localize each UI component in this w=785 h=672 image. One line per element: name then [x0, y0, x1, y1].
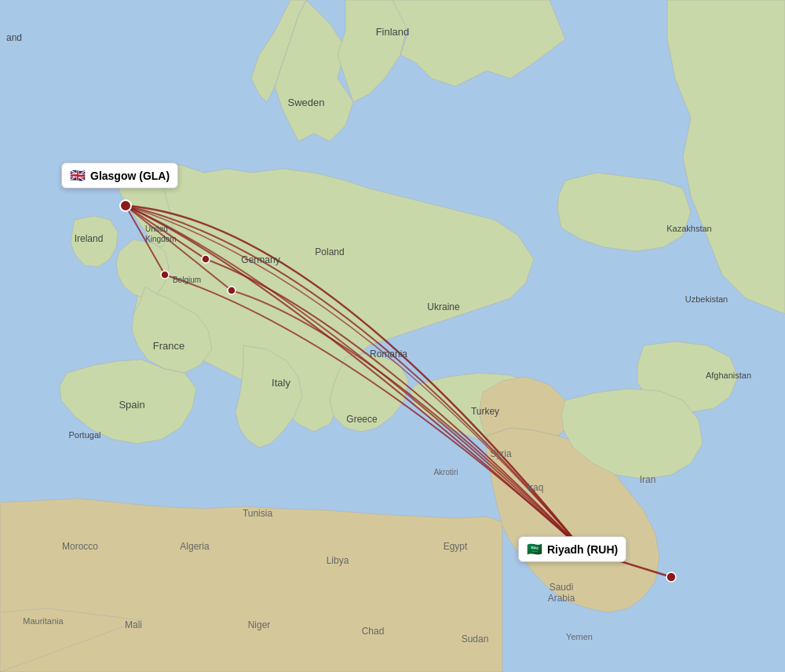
svg-text:Iran: Iran [640, 474, 656, 485]
svg-text:Poland: Poland [315, 247, 344, 257]
svg-text:Iraq: Iraq [528, 482, 544, 493]
svg-text:Niger: Niger [248, 619, 271, 630]
sa-flag-icon: 🇸🇦 [527, 542, 542, 557]
svg-text:Afghanistan: Afghanistan [706, 371, 751, 380]
svg-text:Egypt: Egypt [444, 541, 468, 552]
riyadh-label: Riyadh (RUH) [547, 543, 618, 556]
svg-text:Kazakhstan: Kazakhstan [666, 224, 711, 233]
map-svg: Finland Sweden Poland Ukraine Romania Ge… [0, 0, 785, 672]
svg-text:Sudan: Sudan [462, 634, 489, 645]
svg-point-3 [228, 287, 236, 294]
glasgow-tooltip: 🇬🇧 Glasgow (GLA) [61, 163, 178, 188]
svg-text:Libya: Libya [327, 555, 349, 566]
svg-text:Mauritania: Mauritania [23, 616, 64, 626]
svg-text:Uzbekistan: Uzbekistan [685, 294, 728, 304]
svg-text:Syria: Syria [490, 448, 512, 459]
svg-text:Germany: Germany [241, 254, 279, 265]
svg-text:and: and [6, 32, 22, 43]
svg-text:Romania: Romania [370, 349, 407, 360]
svg-text:Morocco: Morocco [62, 541, 98, 552]
svg-text:United: United [145, 225, 168, 233]
svg-text:Mali: Mali [125, 619, 142, 630]
svg-text:Tunisia: Tunisia [243, 508, 273, 519]
svg-text:Yemen: Yemen [566, 632, 593, 641]
svg-text:Kingdom: Kingdom [145, 235, 176, 243]
svg-point-4 [666, 572, 676, 582]
glasgow-label: Glasgow (GLA) [90, 170, 170, 182]
svg-point-2 [202, 255, 210, 263]
svg-text:Ireland: Ireland [75, 233, 104, 244]
svg-text:Saudi: Saudi [550, 582, 574, 593]
svg-text:Algeria: Algeria [180, 541, 210, 552]
svg-text:Ukraine: Ukraine [427, 301, 460, 312]
svg-text:Sweden: Sweden [288, 97, 325, 108]
svg-text:Spain: Spain [119, 399, 144, 411]
svg-text:France: France [153, 340, 184, 352]
svg-text:Greece: Greece [346, 414, 378, 425]
svg-text:Turkey: Turkey [471, 406, 499, 417]
svg-text:Italy: Italy [272, 377, 290, 389]
svg-text:Belgium: Belgium [173, 276, 201, 284]
svg-point-1 [161, 271, 169, 279]
svg-text:Akrotiri: Akrotiri [433, 468, 458, 477]
svg-text:Portugal: Portugal [69, 430, 101, 440]
riyadh-tooltip: 🇸🇦 Riyadh (RUH) [518, 536, 626, 562]
uk-flag-icon: 🇬🇧 [70, 168, 86, 183]
svg-text:Arabia: Arabia [548, 593, 575, 604]
map-container: Finland Sweden Poland Ukraine Romania Ge… [0, 0, 785, 672]
svg-point-6 [120, 200, 131, 211]
svg-text:Finland: Finland [376, 26, 410, 38]
svg-text:Chad: Chad [362, 626, 385, 637]
